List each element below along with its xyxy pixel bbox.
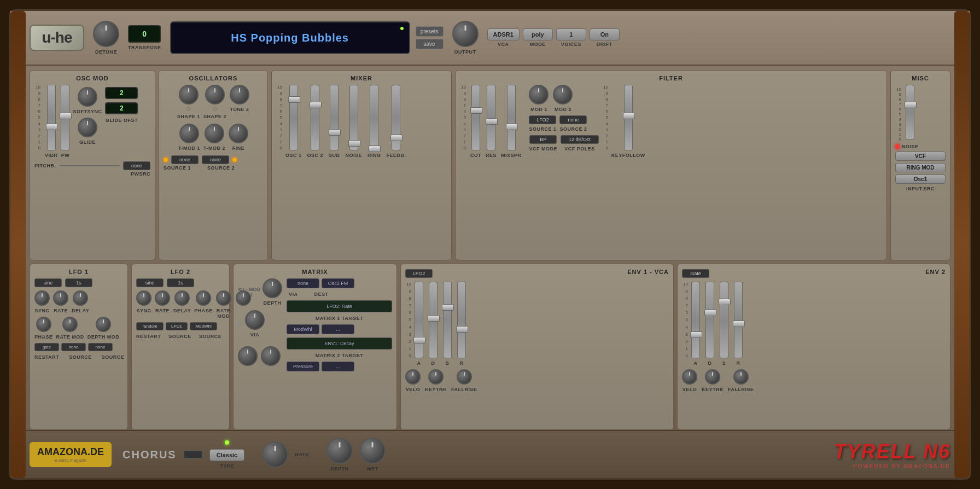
- env1-d-handle[interactable]: [428, 315, 440, 322]
- lfo1-source1-dropdown[interactable]: none: [61, 343, 86, 351]
- keyfollow-slider[interactable]: [624, 85, 633, 150]
- matrix-via-dropdown[interactable]: none: [287, 278, 319, 288]
- osc1-button[interactable]: Osc1: [895, 174, 946, 184]
- lfo1-waveform-dropdown[interactable]: sine: [34, 278, 62, 287]
- keyfollow-handle[interactable]: [623, 113, 635, 119]
- vca-button[interactable]: ADSR1: [487, 28, 520, 40]
- env2-d-handle[interactable]: [704, 310, 716, 316]
- cut-slider[interactable]: [471, 85, 480, 150]
- mixspr-slider[interactable]: [507, 85, 516, 150]
- env2-r-handle[interactable]: [733, 321, 745, 327]
- env1-d-slider[interactable]: [429, 282, 438, 358]
- mode-button[interactable]: poly: [523, 28, 553, 40]
- mixer-osc2-handle[interactable]: [310, 102, 322, 108]
- chorus-toggle[interactable]: [183, 450, 203, 459]
- glide-knob[interactable]: [78, 118, 97, 137]
- pw-slider[interactable]: [61, 85, 69, 150]
- matrix-src2-dropdown[interactable]: Pressure: [287, 362, 319, 371]
- matrix-src1-extra-button[interactable]: ...: [322, 324, 354, 334]
- lfo1-phase-knob[interactable]: [36, 317, 51, 332]
- tmod2-knob[interactable]: [205, 124, 224, 143]
- lfo1-restart-dropdown[interactable]: gate: [34, 343, 59, 351]
- matrix-target2-button[interactable]: ENV1: Decay: [287, 337, 392, 350]
- mixspr-handle[interactable]: [506, 124, 518, 130]
- env2-a-slider[interactable]: [691, 282, 700, 358]
- shape1-knob[interactable]: [179, 85, 199, 104]
- env2-d-slider[interactable]: [705, 282, 714, 358]
- misc-slider[interactable]: [906, 85, 914, 139]
- env1-r-handle[interactable]: [456, 326, 468, 333]
- mixer-sub-handle[interactable]: [329, 129, 341, 136]
- lfo1-sync-knob[interactable]: [34, 290, 50, 306]
- chorus-type-button[interactable]: Classic: [209, 449, 245, 461]
- lfo2-restart-dropdown[interactable]: random: [136, 322, 164, 330]
- matrix-dest-dropdown[interactable]: Osc2 FM: [322, 278, 354, 288]
- filter-mod2-knob[interactable]: [553, 85, 573, 104]
- mixer-ring-handle[interactable]: [369, 145, 381, 152]
- drift-button[interactable]: On: [590, 28, 620, 40]
- matrix-via-knob[interactable]: [245, 310, 265, 330]
- lfo2-source2-dropdown[interactable]: ModWhl: [190, 322, 217, 330]
- osc-source1-dropdown[interactable]: none: [171, 155, 199, 164]
- misc-handle[interactable]: [905, 102, 917, 108]
- env2-keytrk-knob[interactable]: [705, 369, 720, 385]
- shape2-knob[interactable]: [205, 85, 225, 104]
- env2-r-slider[interactable]: [734, 282, 743, 358]
- chorus-depth-knob[interactable]: [326, 438, 353, 464]
- osc-source2-dropdown[interactable]: none: [202, 155, 229, 164]
- lfo1-ratemod-knob[interactable]: [62, 317, 78, 332]
- env2-a-handle[interactable]: [690, 331, 702, 338]
- mixer-sub-slider[interactable]: [330, 85, 339, 150]
- tune2-knob[interactable]: [230, 85, 249, 104]
- env1-lfo2-btn[interactable]: LFO2: [405, 269, 433, 278]
- env1-velo-knob[interactable]: [405, 369, 421, 385]
- vcf-poles-dropdown[interactable]: 12 dB/Oct: [561, 135, 599, 144]
- env2-s-slider[interactable]: [720, 282, 728, 358]
- lfo2-depthmod-knob[interactable]: [236, 290, 251, 306]
- lfo2-waveform-dropdown[interactable]: sine: [136, 278, 164, 287]
- chorus-wet-knob[interactable]: [359, 438, 386, 464]
- env2-gate-btn[interactable]: Gate: [682, 269, 709, 278]
- lfo2-phase-knob[interactable]: [196, 290, 211, 306]
- lfo1-rate-knob[interactable]: [53, 290, 68, 306]
- env1-r-slider[interactable]: [457, 282, 466, 358]
- fine-knob[interactable]: [229, 124, 248, 143]
- env2-velo-knob[interactable]: [682, 369, 697, 385]
- lfo2-time-dropdown[interactable]: 1s: [167, 278, 194, 287]
- matrix-target1-button[interactable]: LFO2: Rate: [287, 300, 392, 312]
- detune-knob[interactable]: [93, 21, 119, 47]
- output-knob[interactable]: [452, 21, 479, 47]
- res-slider[interactable]: [487, 85, 495, 150]
- vcf-mode-dropdown[interactable]: BP: [529, 135, 557, 144]
- env2-s-handle[interactable]: [719, 299, 731, 305]
- env1-keytrk-knob[interactable]: [428, 369, 444, 385]
- mixer-noise-slider[interactable]: [349, 85, 358, 150]
- vibr-handle[interactable]: [46, 124, 58, 130]
- mixer-feedb-slider[interactable]: [392, 85, 400, 150]
- tmod1-knob[interactable]: [179, 124, 199, 143]
- lfo2-source1-dropdown[interactable]: LFO1: [166, 322, 188, 330]
- save-button[interactable]: save: [416, 39, 444, 49]
- voices-button[interactable]: 1: [556, 28, 586, 40]
- lfo1-time-dropdown[interactable]: 1s: [65, 278, 92, 287]
- mixer-noise-handle[interactable]: [348, 140, 360, 147]
- env2-fallrise-knob[interactable]: [733, 369, 749, 385]
- matrix-src1-dropdown[interactable]: ModWhl: [287, 324, 319, 334]
- mixer-ring-slider[interactable]: [370, 85, 378, 150]
- env1-a-handle[interactable]: [413, 337, 425, 344]
- env1-fallrise-knob[interactable]: [457, 369, 472, 385]
- mixer-osc1-handle[interactable]: [288, 96, 300, 103]
- ring-mod-button[interactable]: RING MOD: [895, 163, 946, 172]
- mixer-feedb-handle[interactable]: [390, 135, 402, 141]
- lfo2-rate-knob[interactable]: [155, 290, 170, 306]
- matrix-src2-knob[interactable]: [261, 346, 281, 366]
- vcf-button[interactable]: VCF: [895, 152, 946, 161]
- cut-handle[interactable]: [470, 107, 482, 114]
- filter-source2-dropdown[interactable]: none: [559, 115, 587, 124]
- mixer-osc2-slider[interactable]: [311, 85, 319, 150]
- vibr-slider[interactable]: [47, 85, 56, 150]
- chorus-rate-knob[interactable]: [262, 441, 288, 468]
- lfo1-depthmod-knob[interactable]: [96, 317, 111, 332]
- pw-handle[interactable]: [60, 113, 72, 119]
- lfo1-source2-dropdown[interactable]: none: [88, 343, 113, 351]
